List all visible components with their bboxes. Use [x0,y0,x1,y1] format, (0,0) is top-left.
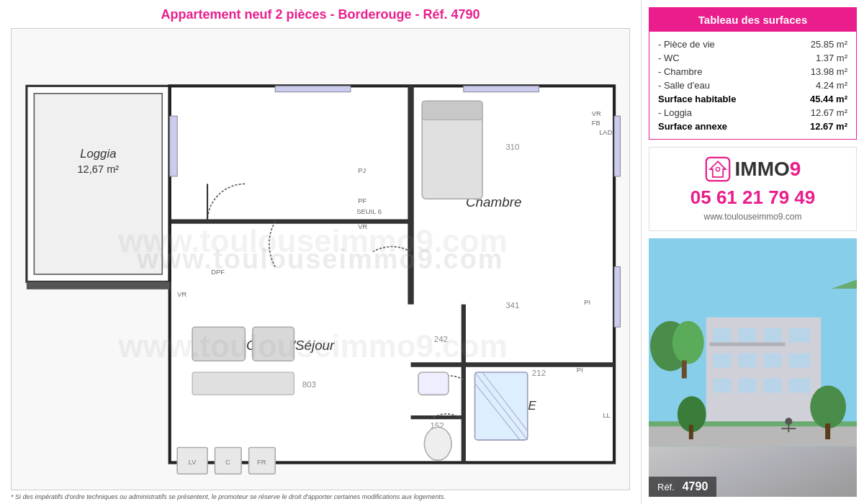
surface-label: - Salle d'eau [658,80,710,91]
svg-text:Loggia: Loggia [80,147,116,161]
building-illustration [649,238,857,497]
svg-text:PI: PI [584,298,590,306]
right-panel: Tableau des surfaces - Pièce de vie 25.8… [641,0,864,504]
svg-text:www.toulouseimmo9.com: www.toulouseimmo9.com [117,328,507,364]
svg-text:12,67 m²: 12,67 m² [77,163,119,175]
svg-rect-76 [788,354,810,368]
surface-value: 45.44 m² [810,94,847,104]
svg-rect-70 [739,328,757,343]
svg-text:PI: PI [577,366,583,374]
svg-rect-43 [614,116,620,176]
svg-marker-62 [710,161,726,177]
surface-row-loggia: - Loggia 12.67 m² [658,106,847,120]
svg-rect-74 [739,354,757,368]
svg-rect-82 [735,343,760,346]
immo9-section: IMMO9 05 61 21 79 49 www.toulouseimmo9.c… [649,147,857,231]
svg-rect-45 [275,86,351,91]
floor-plan-svg: Loggia 12,67 m² [12,29,629,490]
svg-rect-87 [689,425,693,439]
svg-text:VR: VR [177,290,186,298]
surface-value: 4.24 m² [816,80,847,91]
svg-text:PF: PF [358,197,366,204]
svg-point-90 [785,418,792,425]
page-title: Appartement neuf 2 pièces - Borderouge -… [11,7,630,22]
floor-plan-container: www.toulouseimmo9.com Loggia 12,67 m² [11,28,630,490]
svg-text:LV: LV [189,458,197,466]
surface-label: - Loggia [658,107,692,118]
surface-label: - Pièce de vie [658,39,715,50]
svg-rect-41 [422,101,482,120]
surfaces-body: - Pièce de vie 25.85 m² - WC 1.37 m² - C… [649,32,856,139]
svg-point-88 [810,385,846,428]
surface-label: - WC [658,53,680,63]
svg-text:212: 212 [532,369,546,377]
svg-rect-72 [788,328,810,343]
svg-text:FR: FR [257,458,266,466]
immo9-website: www.toulouseimmo9.com [658,212,847,222]
immo9-logo: IMMO9 [658,156,847,182]
immo9-phone[interactable]: 05 61 21 79 49 [658,186,847,209]
surface-row-wc: - WC 1.37 m² [658,51,847,65]
ref-value: 4790 [683,480,708,492]
surface-row-habitable: Surface habitable 45.44 m² [658,92,847,106]
svg-text:VR: VR [592,109,601,117]
svg-text:C: C [225,458,230,466]
surfaces-table: Tableau des surfaces - Pièce de vie 25.8… [649,7,857,140]
surface-value: 1.37 m² [816,53,847,63]
svg-text:FB: FB [592,119,600,127]
svg-rect-80 [788,378,810,392]
svg-rect-44 [614,266,620,327]
svg-rect-27 [192,372,294,395]
svg-text:PJ: PJ [358,166,366,174]
svg-rect-78 [739,378,757,392]
immo9-brand-name: IMMO9 [735,158,801,181]
floor-plan-section: Appartement neuf 2 pièces - Borderouge -… [0,0,641,504]
svg-rect-4 [170,86,614,462]
immo9-number: 9 [790,158,801,180]
svg-rect-77 [714,378,732,392]
svg-rect-75 [763,354,781,368]
svg-rect-71 [763,328,781,343]
surfaces-header: Tableau des surfaces [649,8,856,32]
svg-rect-42 [170,116,177,176]
svg-rect-67 [682,361,687,379]
svg-rect-83 [760,343,785,346]
building-photo: Réf. 4790 [649,238,857,497]
svg-text:341: 341 [505,301,519,310]
surface-value: 12.67 m² [810,121,847,132]
immo9-icon [705,156,731,182]
svg-text:LAD: LAD [599,128,613,136]
svg-text:310: 310 [505,143,519,151]
surface-row-sde: - Salle d'eau 4.24 m² [658,78,847,92]
svg-point-63 [716,167,719,171]
surface-row-piece-de-vie: - Pièce de vie 25.85 m² [658,37,847,51]
footnote: * Si des impératifs d'ordre techniques o… [11,493,630,500]
surface-row-annexe: Surface annexe 12.67 m² [658,120,847,133]
svg-text:www.toulouseimmo9.com: www.toulouseimmo9.com [117,223,507,258]
svg-text:DPF: DPF [211,268,225,276]
svg-rect-39 [418,372,449,395]
surface-label: Surface habitable [658,94,736,104]
surface-label: Surface annexe [658,121,727,132]
svg-text:SEUIL 6: SEUIL 6 [356,207,382,215]
surface-value: 12.67 m² [811,107,847,118]
svg-rect-89 [825,423,830,439]
svg-rect-81 [710,343,735,346]
surface-value: 25.85 m² [811,39,847,50]
surface-row-chambre: - Chambre 13.98 m² [658,65,847,78]
svg-rect-46 [464,86,539,91]
svg-point-38 [424,427,451,460]
surface-label: - Chambre [658,66,702,77]
svg-text:LL: LL [603,411,610,419]
svg-rect-11 [27,282,170,289]
ref-badge: Réf. 4790 [649,477,716,497]
svg-rect-69 [714,328,732,343]
svg-rect-73 [714,354,732,368]
svg-point-66 [672,321,704,364]
svg-text:803: 803 [302,380,316,389]
ref-label: Réf. [657,482,675,492]
surface-value: 13.98 m² [811,66,847,77]
main-container: Appartement neuf 2 pièces - Borderouge -… [0,0,864,504]
svg-rect-79 [763,378,781,392]
